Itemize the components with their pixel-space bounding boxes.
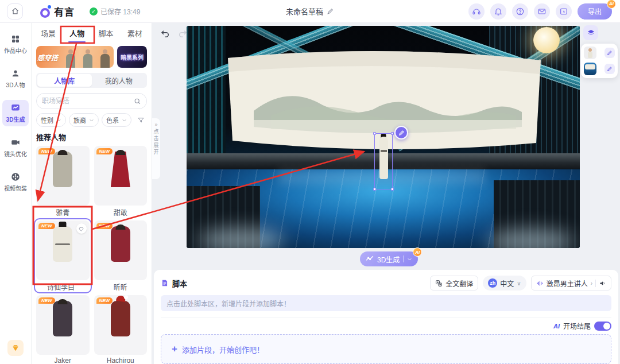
export-ai-badge: AI: [607, 0, 616, 9]
sidebar-item-works[interactable]: 作品中心: [2, 31, 29, 57]
save-status: ✓ 已保存 13:49: [90, 6, 140, 16]
notifications-button[interactable]: [490, 3, 506, 20]
filter-color[interactable]: 色系: [102, 113, 131, 127]
layers-icon: [587, 29, 595, 37]
new-badge: NEW: [96, 148, 113, 154]
add-clip-button[interactable]: + 添加片段，开始创作吧！: [161, 334, 611, 364]
banner-figure: [66, 54, 75, 68]
scene-viewport[interactable]: [187, 26, 580, 248]
filter-ethnicity[interactable]: 族裔: [69, 113, 99, 127]
layer-edit-scene-button[interactable]: [604, 64, 615, 74]
character-card-jaker[interactable]: NEW Jaker: [36, 295, 90, 364]
funnel-icon: [137, 117, 145, 124]
character-edit-button[interactable]: [394, 126, 408, 140]
messages-button[interactable]: [534, 3, 550, 20]
search-input[interactable]: [42, 97, 130, 105]
language-selector[interactable]: zh 中文 ∨: [483, 276, 526, 291]
layer-row-character: [584, 47, 615, 59]
top-bar: 有言 ✓ 已保存 13:49 未命名草稿: [0, 0, 620, 23]
home-icon: [11, 7, 20, 16]
banner-outfit-label: 感穿搭: [37, 52, 58, 62]
character-figure: [49, 152, 76, 204]
panel-tabs: 场景 人物 脚本 素材: [32, 23, 152, 42]
sidebar-item-label: 视频包装: [4, 184, 27, 192]
voice-label: 激昂男主讲人: [547, 278, 588, 288]
sidebar-item-3d-generate[interactable]: 3D生成: [2, 100, 29, 126]
sidebar-item-camera[interactable]: 镜头优化: [2, 134, 29, 161]
draft-box-icon: [559, 7, 568, 16]
character-card-xinxin[interactable]: NEW 昕昕: [94, 220, 148, 291]
layer-thumb-character[interactable]: [584, 47, 596, 59]
membership-gem-button[interactable]: [7, 340, 24, 356]
redo-button[interactable]: [176, 28, 189, 40]
asset-panel: 场景 人物 脚本 素材 感穿搭 暗黑系列 人物库 我的人物 性别: [32, 23, 152, 364]
character-name: Jaker: [36, 357, 90, 364]
character-card-yaqing[interactable]: NEW 雅青: [36, 146, 90, 216]
character-card-tiangan[interactable]: NEW 甜敢: [94, 146, 148, 216]
app-window: 有言 ✓ 已保存 13:49 未命名草稿: [0, 0, 620, 364]
edit-title-icon[interactable]: [327, 7, 334, 15]
character-card-libai-selected[interactable]: NEW 诗仙李白_: [34, 218, 92, 293]
layers-button[interactable]: [583, 25, 598, 40]
help-button[interactable]: [512, 3, 528, 20]
sidebar-item-label: 3D生成: [6, 115, 25, 123]
voice-selector[interactable]: 激昂男主讲人 ›: [531, 276, 611, 291]
chevron-down-icon: ∨: [517, 280, 521, 286]
filter-funnel-button[interactable]: [134, 114, 147, 126]
zigzag-chart-icon: [366, 255, 374, 262]
3d-generate-button[interactable]: 3D生成 AI: [360, 251, 418, 266]
layer-row-scene: [584, 63, 615, 75]
character-search[interactable]: [36, 93, 147, 109]
translate-button[interactable]: 全文翻译: [430, 276, 478, 291]
banner-dark-series[interactable]: 暗黑系列: [117, 46, 147, 68]
drafts-button[interactable]: [556, 3, 572, 20]
library-subtabs: 人物库 我的人物: [36, 73, 147, 88]
person-icon: [10, 68, 21, 79]
promo-banners: 感穿搭 暗黑系列: [36, 46, 147, 68]
chevron-down-icon[interactable]: [407, 257, 412, 262]
script-title: 脚本: [161, 278, 187, 289]
character-card-hachirou[interactable]: NEW Hachirou: [94, 295, 148, 364]
document-title[interactable]: 未命名草稿: [286, 6, 334, 17]
support-button[interactable]: [468, 3, 485, 20]
chevron-right-icon: ›: [591, 280, 592, 286]
document-title-text: 未命名草稿: [286, 6, 323, 17]
export-button[interactable]: 导出 AI: [578, 3, 612, 20]
layer-thumb-scene[interactable]: [584, 63, 596, 75]
subtab-character-library[interactable]: 人物库: [37, 74, 92, 87]
script-hint-banner[interactable]: 点击此处脚本区，新增片段并添加脚本！: [161, 295, 611, 311]
speaker-icon[interactable]: [599, 280, 606, 287]
character-figure: [49, 226, 76, 279]
layer-edit-character-button[interactable]: [604, 48, 615, 58]
home-button[interactable]: [7, 3, 23, 20]
new-badge: NEW: [38, 297, 55, 304]
logo-text: 有言: [54, 4, 75, 18]
script-actions: 全文翻译 zh 中文 ∨ 激昂男主讲人 ›: [430, 276, 611, 291]
intro-outro-toggle[interactable]: [594, 322, 611, 331]
tab-material[interactable]: 素材: [126, 24, 144, 42]
panel-expand-tab[interactable]: » 点击展开: [152, 118, 161, 180]
gem-icon: [11, 343, 20, 353]
saved-check-icon: ✓: [90, 7, 98, 16]
chevron-down-icon: [89, 118, 94, 123]
tab-character[interactable]: 人物: [68, 24, 86, 42]
search-icon[interactable]: [134, 98, 141, 105]
sidebar-item-label: 镜头优化: [4, 149, 27, 158]
chevron-down-icon: [56, 118, 61, 123]
pencil-icon: [398, 130, 405, 136]
banner-outfit[interactable]: 感穿搭: [36, 46, 114, 68]
pencil-icon: [607, 50, 613, 56]
chart-icon: [10, 103, 21, 113]
character-selection-box[interactable]: [374, 133, 393, 189]
undo-button[interactable]: [159, 28, 172, 40]
tab-scene[interactable]: 场景: [40, 24, 57, 42]
app-logo: 有言: [40, 4, 75, 18]
filter-gender[interactable]: 性别: [36, 113, 66, 127]
sidebar-item-3d-character[interactable]: 3D人物: [2, 65, 29, 92]
new-badge: NEW: [96, 223, 113, 229]
character-name: Hachirou: [94, 357, 148, 364]
favorite-heart-icon[interactable]: [76, 223, 87, 234]
sidebar-item-video-package[interactable]: 视频包装: [2, 169, 29, 195]
tab-script[interactable]: 脚本: [98, 24, 115, 42]
subtab-my-characters[interactable]: 我的人物: [92, 74, 146, 87]
